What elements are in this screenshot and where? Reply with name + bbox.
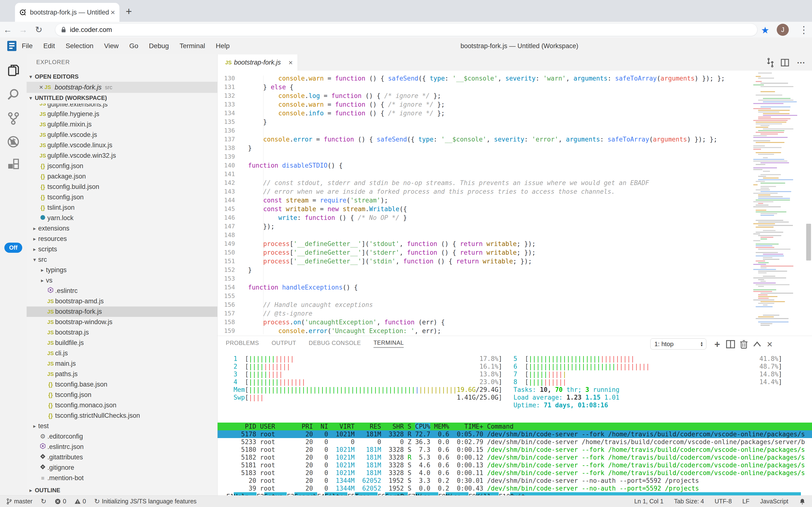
menu-edit[interactable]: Edit (38, 42, 60, 50)
minimap[interactable] (753, 72, 800, 334)
tree-item-tsconfig.json[interactable]: {}tsconfig.json (26, 390, 217, 400)
htop-table-header[interactable]: PID USER PRI NI VIRT RES SHR S CPU% MEM%… (217, 422, 812, 430)
tree-item-bootstrap.js[interactable]: JSbootstrap.js (26, 327, 217, 338)
tree-item-tsconfig.base.json[interactable]: {}tsconfig.base.json (26, 379, 217, 390)
terminal-select[interactable]: 1: htop ▲▼ (650, 338, 706, 349)
off-toggle-badge[interactable]: Off (4, 243, 22, 253)
bell-icon[interactable] (799, 498, 806, 505)
tree-item-resources[interactable]: ▸resources (26, 234, 217, 244)
tree-item-tslint.json[interactable]: {}tslint.json (26, 203, 217, 213)
tree-item-yarn.lock[interactable]: yarn.lock (26, 213, 217, 223)
menu-help[interactable]: Help (210, 42, 235, 50)
tree-item-jsconfig.json[interactable]: {}jsconfig.json (26, 161, 217, 171)
close-icon[interactable]: × (39, 83, 43, 91)
language-mode[interactable]: JavaScript (760, 498, 788, 505)
tree-item-test[interactable]: ▸test (26, 421, 217, 431)
cursor-position[interactable]: Ln 1, Col 1 (634, 498, 664, 505)
tab-close-icon[interactable]: × (289, 59, 293, 67)
tree-item-bootstrap-fork.js[interactable]: JSbootstrap-fork.js (26, 306, 217, 317)
htop-process-row-39[interactable]: 39 root 20 0 1344M 62052 1952 S 0.0 0.2 … (217, 485, 812, 492)
tree-item-.gitignore[interactable]: .gitignore (26, 462, 217, 473)
browser-menu-icon[interactable]: ⋮ (799, 24, 809, 35)
tree-item-package.json[interactable]: {}package.json (26, 171, 217, 182)
compare-changes-icon[interactable] (766, 57, 775, 68)
tree-item-vs[interactable]: ▸vs (26, 275, 217, 286)
errors-item[interactable]: 0 (55, 498, 66, 505)
tree-item-gulpfile.mixin.js[interactable]: JSgulpfile.mixin.js (26, 119, 217, 130)
bookmark-star-icon[interactable]: ★ (761, 25, 769, 36)
warnings-item[interactable]: 0 (74, 498, 86, 505)
htop-process-row-5233[interactable]: 5233 root 20 0 0 0 0 Z 36.3 0.0 0:02.79 … (217, 438, 812, 446)
editor-scrollbar[interactable] (806, 224, 811, 261)
tree-item-gulpfile.vscode.win32.js[interactable]: JSgulpfile.vscode.win32.js (26, 151, 217, 161)
tree-item-gulpfile.vscode.js[interactable]: JSgulpfile.vscode.js (26, 130, 217, 140)
menu-file[interactable]: File (16, 42, 38, 50)
tree-item-main.js[interactable]: JSmain.js (26, 358, 217, 369)
back-icon[interactable]: ← (0, 25, 15, 35)
tree-item-gulpfile.hygiene.js[interactable]: JSgulpfile.hygiene.js (26, 109, 217, 119)
menu-go[interactable]: Go (124, 42, 143, 50)
tree-item-typings[interactable]: ▸typings (26, 265, 217, 275)
source-control-icon[interactable] (6, 112, 20, 125)
tree-item-scripts[interactable]: ▸scripts (26, 244, 217, 255)
search-icon[interactable] (6, 88, 20, 101)
eol[interactable]: LF (742, 498, 749, 505)
reload-icon[interactable]: ↻ (31, 25, 46, 35)
editor-tab[interactable]: JS bootstrap-fork.js × (217, 54, 298, 71)
git-branch-item[interactable]: master (6, 498, 33, 505)
files-icon[interactable] (6, 64, 20, 77)
language-status-item[interactable]: ↻ Initializing JS/TS language features (94, 497, 196, 505)
tree-item-.eslintrc[interactable]: .eslintrc (26, 286, 217, 296)
workspace-header[interactable]: ▾ UNTITLED (WORKSPACE) (26, 93, 217, 103)
htop-process-row-5181[interactable]: 5181 root 20 0 1021M 181M 3328 S 4.6 0.6… (217, 461, 812, 469)
sync-item[interactable]: ↻ (41, 497, 46, 505)
forward-icon[interactable]: → (15, 25, 31, 35)
more-actions-icon[interactable]: ··· (797, 57, 805, 68)
menu-view[interactable]: View (99, 42, 124, 50)
open-editor-item[interactable]: × JS bootstrap-fork.js src (26, 82, 217, 93)
tree-item-gulpfile.vscode.linux.js[interactable]: JSgulpfile.vscode.linux.js (26, 140, 217, 151)
tree-item-src[interactable]: ▾src (26, 255, 217, 265)
tree-item-paths.js[interactable]: JSpaths.js (26, 369, 217, 379)
tree-item-bootstrap-amd.js[interactable]: JSbootstrap-amd.js (26, 296, 217, 306)
tree-item-bootstrap-window.js[interactable]: JSbootstrap-window.js (26, 317, 217, 327)
new-terminal-icon[interactable]: + (712, 339, 723, 349)
panel-tab-output[interactable]: OUTPUT (271, 340, 296, 347)
tree-item-buildfile.js[interactable]: JSbuildfile.js (26, 338, 217, 348)
menu-selection[interactable]: Selection (60, 42, 99, 50)
browser-tab[interactable]: bootstrap-fork.js — Untitled (V × (15, 3, 119, 22)
tree-item-cli.js[interactable]: JScli.js (26, 348, 217, 358)
code-editor[interactable]: 1301311321331341351361371381391401411421… (217, 71, 812, 336)
menu-terminal[interactable]: Terminal (174, 42, 210, 50)
tree-item-tsconfig.monaco.json[interactable]: {}tsconfig.monaco.json (26, 400, 217, 410)
htop-process-row-5183[interactable]: 5183 root 20 0 1021M 181M 3328 S 4.0 0.6… (217, 469, 812, 477)
split-terminal-icon[interactable] (725, 339, 736, 349)
panel-tab-debug-console[interactable]: DEBUG CONSOLE (309, 340, 361, 347)
url-bar[interactable]: ide.coder.com (55, 23, 757, 36)
kill-terminal-trash-icon[interactable] (739, 339, 749, 349)
menu-debug[interactable]: Debug (143, 42, 174, 50)
open-editors-header[interactable]: ▾ OPEN EDITORS (26, 72, 217, 82)
tree-item-.mention-bot[interactable]: ≡.mention-bot (26, 473, 217, 483)
tree-item-tsconfig.build.json[interactable]: {}tsconfig.build.json (26, 182, 217, 192)
tree-item-gulpfile.extensions.js[interactable]: JSgulpfile.extensions.js (26, 104, 217, 109)
panel-tab-terminal[interactable]: TERMINAL (373, 339, 404, 348)
panel-tab-problems[interactable]: PROBLEMS (226, 340, 259, 347)
debug-disabled-icon[interactable] (6, 135, 20, 149)
tree-item-.eslintrc.json[interactable]: .eslintrc.json (26, 442, 217, 452)
terminal[interactable]: 1 [|||||||||||| 17.8%]2 [||||||||||| 16.… (217, 351, 812, 496)
tree-item-.editorconfig[interactable]: ⚙.editorconfig (26, 431, 217, 442)
htop-process-row-5182[interactable]: 5182 root 20 0 1021M 181M 3328 R 5.3 0.6… (217, 454, 812, 461)
extensions-icon[interactable] (6, 158, 20, 172)
htop-process-row-5180[interactable]: 5180 root 20 0 1021M 181M 3328 S 7.3 0.6… (217, 446, 812, 454)
tree-item-.gitattributes[interactable]: .gitattributes (26, 452, 217, 462)
tab-size[interactable]: Tab Size: 4 (674, 498, 704, 505)
outline-header[interactable]: ▸ OUTLINE (26, 485, 217, 495)
htop-process-row-5178[interactable]: 5178 root 20 0 1021M 181M 3328 R 72.7 0.… (217, 430, 812, 438)
tree-item-tsconfig.json[interactable]: {}tsconfig.json (26, 192, 217, 203)
split-editor-icon[interactable] (780, 57, 790, 68)
tab-close-icon[interactable]: × (111, 8, 115, 16)
maximize-panel-icon[interactable] (752, 339, 762, 349)
tree-item-extensions[interactable]: ▸extensions (26, 223, 217, 234)
new-tab-button[interactable]: + (126, 5, 132, 17)
